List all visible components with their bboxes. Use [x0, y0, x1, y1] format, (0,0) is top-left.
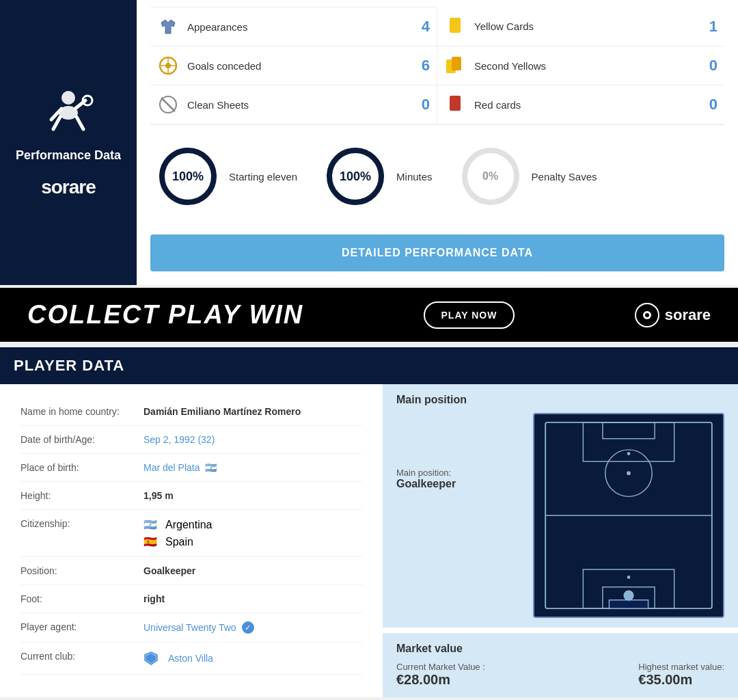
market-value-box: Market value Current Market Value : €28.…	[383, 633, 738, 697]
market-value-title: Market value	[396, 643, 724, 655]
circle-minutes-chart: 100%	[325, 146, 386, 207]
info-row-club: Current club: Aston Villa	[20, 643, 362, 675]
position-content: Main position: Goalkeeper	[396, 413, 724, 618]
current-mv-label: Current Market Value :	[396, 662, 485, 672]
citizenship-key: Citizenship:	[20, 518, 144, 529]
argentina-label: Argentina	[165, 519, 213, 531]
height-value: 1,95 m	[144, 490, 174, 501]
info-row-agent: Player agent: Universal Twenty Two ✓	[20, 613, 362, 643]
svg-point-0	[62, 91, 75, 105]
player-info-right: Main position Main position: Goalkeeper	[383, 384, 738, 697]
citizenship-value: 🇦🇷 Argentina 🇪🇸 Spain	[144, 518, 213, 548]
svg-rect-15	[450, 96, 461, 111]
citizenship-argentina: 🇦🇷 Argentina	[144, 518, 213, 531]
player-data-body: Name in home country: Damián Emiliano Ma…	[0, 384, 738, 697]
info-row-position: Position: Goalkeeper	[20, 557, 362, 585]
current-market-value: Current Market Value : €28.00m	[396, 662, 485, 688]
stat-second-yellows: Second Yellows 0	[437, 46, 724, 85]
stat-yellow-cards: Yellow Cards 1	[437, 7, 724, 46]
second-yellows-value: 0	[697, 57, 718, 75]
info-row-name: Name in home country: Damián Emiliano Ma…	[20, 398, 362, 426]
pob-key: Place of birth:	[20, 462, 144, 473]
highest-market-value: Highest market value: €35.00m	[638, 662, 724, 688]
info-row-citizenship: Citizenship: 🇦🇷 Argentina 🇪🇸 Spain	[20, 510, 362, 557]
main-position-title: Main position	[396, 394, 724, 406]
appearances-value: 4	[409, 18, 430, 36]
red-cards-value: 0	[697, 96, 718, 113]
svg-rect-7	[450, 18, 461, 33]
dob-value[interactable]: Sep 2, 1992 (32)	[144, 434, 215, 445]
svg-line-14	[161, 98, 175, 111]
circles-row: 100% Starting eleven 100% Minutes	[150, 139, 724, 221]
position-label-text: Main position:	[396, 468, 519, 478]
spain-label: Spain	[165, 536, 193, 548]
stat-appearances: Appearances 4	[150, 7, 437, 46]
player-data-header: PLAYER DATA	[0, 347, 738, 384]
stat-clean-sheets: Clean Sheets 0	[150, 85, 437, 124]
info-row-pob: Place of birth: Mar del Plata 🇦🇷	[20, 454, 362, 482]
svg-point-10	[165, 63, 171, 68]
player-icon	[41, 87, 96, 142]
market-value-row: Current Market Value : €28.00m Highest m…	[396, 662, 724, 688]
clean-sheets-label: Clean Sheets	[187, 99, 409, 111]
name-key: Name in home country:	[20, 406, 144, 417]
agent-value[interactable]: Universal Twenty Two ✓	[144, 621, 254, 634]
circle-starting-eleven-chart: 100%	[157, 146, 219, 207]
minutes-label: Minutes	[396, 171, 433, 183]
foot-value: right	[144, 593, 165, 604]
goals-conceded-value: 6	[409, 57, 430, 75]
goals-conceded-label: Goals conceded	[187, 60, 409, 72]
svg-point-32	[627, 452, 631, 455]
sorare-logo: sorare	[41, 176, 96, 198]
dob-key: Date of birth/Age:	[20, 434, 144, 445]
performance-sidebar: Performance Data sorare	[0, 0, 137, 285]
info-row-dob: Date of birth/Age: Sep 2, 1992 (32)	[20, 426, 362, 454]
shirt-icon	[157, 16, 179, 38]
appearances-label: Appearances	[187, 21, 409, 33]
performance-content: Appearances 4 Yellow Cards 1	[137, 0, 738, 285]
highest-mv-label: Highest market value:	[638, 662, 724, 672]
penalty-saves-label: Penalty Saves	[532, 171, 597, 183]
current-mv-value: €28.00m	[396, 672, 485, 688]
svg-rect-36	[609, 600, 648, 608]
club-value[interactable]: Aston Villa	[144, 651, 213, 666]
clean-sheet-icon	[157, 94, 179, 116]
pob-value[interactable]: Mar del Plata 🇦🇷	[144, 462, 217, 473]
starting-eleven-percent: 100%	[172, 170, 204, 184]
svg-point-37	[623, 590, 633, 600]
svg-point-29	[627, 471, 631, 475]
svg-point-35	[627, 576, 631, 579]
svg-point-23	[645, 313, 649, 317]
svg-rect-12	[452, 57, 461, 70]
position-label-area: Main position: Goalkeeper	[396, 413, 519, 490]
clean-sheets-value: 0	[409, 96, 430, 113]
height-key: Height:	[20, 490, 144, 501]
yellow-card-icon	[444, 16, 466, 38]
circle-starting-eleven: 100% Starting eleven	[157, 146, 297, 207]
position-label-val: Goalkeeper	[396, 478, 519, 490]
highest-mv-value: €35.00m	[638, 672, 724, 688]
club-logo-icon	[144, 651, 159, 666]
name-value: Damián Emiliano Martínez Romero	[144, 406, 301, 417]
second-yellows-label: Second Yellows	[474, 60, 697, 72]
info-row-foot: Foot: right	[20, 585, 362, 613]
stats-grid: Appearances 4 Yellow Cards 1	[150, 7, 724, 125]
pitch-diagram	[533, 413, 724, 618]
player-info-left: Name in home country: Damián Emiliano Ma…	[0, 384, 383, 697]
second-yellow-icon	[444, 55, 466, 77]
performance-section: Performance Data sorare Appearances 4	[0, 0, 738, 285]
foot-key: Foot:	[20, 593, 144, 604]
svg-line-3	[77, 117, 83, 129]
banner-sorare-text: sorare	[665, 306, 711, 324]
play-now-button[interactable]: PLAY NOW	[424, 301, 515, 329]
info-row-height: Height: 1,95 m	[20, 482, 362, 510]
starting-eleven-label: Starting eleven	[229, 171, 297, 183]
circle-minutes: 100% Minutes	[325, 146, 433, 207]
detailed-performance-button[interactable]: DETAILED PERFORMANCE DATA	[150, 234, 724, 271]
sorare-logo-circle	[635, 303, 659, 327]
minutes-percent: 100%	[340, 170, 371, 184]
sidebar-title: Performance Data	[16, 148, 121, 163]
argentina-flag: 🇦🇷	[144, 518, 157, 531]
club-key: Current club:	[20, 651, 144, 662]
yellow-cards-label: Yellow Cards	[474, 21, 697, 32]
